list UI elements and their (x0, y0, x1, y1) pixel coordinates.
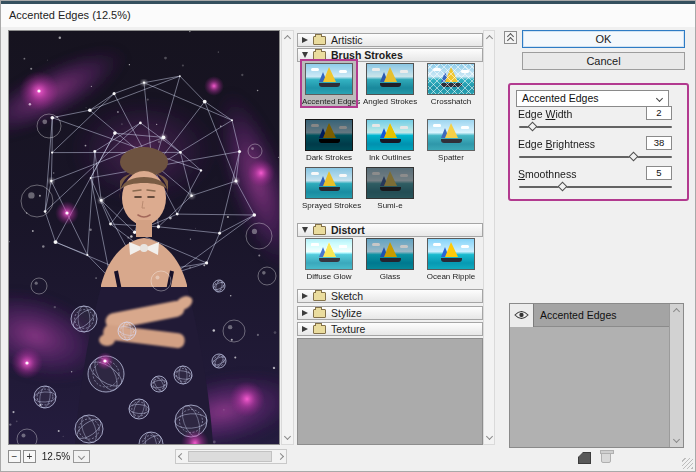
double-chevron-up-icon (507, 37, 514, 44)
scroll-left-icon[interactable] (178, 453, 185, 460)
filter-item-spatter[interactable]: Spatter (424, 119, 478, 162)
edge-brightness-label: Edge Brightness (518, 138, 595, 150)
filter-item-diffuse-glow[interactable]: Diffuse Glow (302, 238, 356, 281)
slider-thumb[interactable] (628, 152, 638, 162)
filter-label: Sprayed Strokes (302, 201, 356, 210)
filter-label: Crosshatch (424, 97, 478, 106)
slider-thumb[interactable] (558, 182, 568, 192)
filter-thumbnail (366, 63, 414, 95)
collapse-thumbnails-button[interactable] (504, 31, 517, 44)
scroll-right-icon[interactable] (277, 453, 284, 460)
open-folder-icon (313, 51, 326, 60)
cancel-button[interactable]: Cancel (522, 52, 685, 70)
filter-label: Diffuse Glow (302, 272, 356, 281)
group-brush-strokes[interactable]: Brush Strokes (297, 48, 483, 62)
filter-thumbnail (305, 167, 353, 199)
scrollbar-thumb[interactable] (188, 451, 272, 462)
group-texture[interactable]: Texture (297, 322, 483, 336)
filter-item-angled-strokes[interactable]: Angled Strokes (363, 63, 417, 106)
filter-thumbnail (427, 63, 475, 95)
collapsed-arrow-icon (302, 326, 308, 332)
folder-icon (313, 36, 326, 45)
scroll-up-icon[interactable] (284, 35, 291, 42)
filter-thumbnail (427, 119, 475, 151)
filter-label: Dark Strokes (302, 153, 356, 162)
new-effect-layer-button[interactable] (578, 452, 591, 464)
filter-item-ink-outlines[interactable]: Ink Outlines (363, 119, 417, 162)
open-folder-icon (313, 226, 326, 235)
filter-preview[interactable] (8, 30, 280, 445)
scroll-down-icon[interactable] (486, 433, 493, 440)
minus-icon: − (12, 451, 18, 462)
filter-thumbnail (366, 119, 414, 151)
effect-layers-scrollbar[interactable] (669, 304, 683, 447)
group-sketch[interactable]: Sketch (297, 289, 483, 303)
group-label: Sketch (331, 290, 363, 302)
filter-thumbnail (366, 167, 414, 199)
filter-label: Angled Strokes (363, 97, 417, 106)
scroll-up-icon[interactable] (486, 35, 493, 42)
folder-icon (313, 292, 326, 301)
ok-button[interactable]: OK (522, 30, 685, 48)
zoom-in-button[interactable]: + (23, 450, 36, 463)
selected-filter-value: Accented Edges (522, 92, 598, 104)
folder-icon (313, 325, 326, 334)
preview-horizontal-scrollbar[interactable] (175, 449, 287, 464)
visibility-toggle[interactable] (510, 304, 534, 327)
slider-track (519, 186, 672, 188)
group-label: Distort (331, 224, 365, 236)
group-artistic[interactable]: Artistic (297, 33, 483, 47)
filter-gallery-dialog: Accented Edges (12.5%) (0, 0, 696, 472)
scroll-down-icon[interactable] (673, 436, 680, 443)
zoom-out-button[interactable]: − (8, 450, 21, 463)
effect-layer-row[interactable]: Accented Edges (510, 304, 669, 327)
filter-thumbnail (366, 238, 414, 270)
filter-item-glass[interactable]: Glass (363, 238, 417, 281)
filter-select-dropdown[interactable]: Accented Edges (516, 90, 669, 107)
collapsed-arrow-icon (302, 310, 308, 316)
group-stylize[interactable]: Stylize (297, 306, 483, 320)
slider-track (519, 126, 672, 128)
smoothness-slider[interactable] (519, 182, 672, 191)
eye-icon (514, 310, 529, 320)
filter-thumbnail (305, 238, 353, 270)
filter-item-sprayed-strokes[interactable]: Sprayed Strokes (302, 167, 356, 210)
filter-item-dark-strokes[interactable]: Dark Strokes (302, 119, 356, 162)
filter-label: Glass (363, 272, 417, 281)
chevron-down-icon (78, 453, 85, 460)
group-distort[interactable]: Distort (297, 223, 483, 237)
preview-vertical-scrollbar[interactable] (281, 30, 294, 445)
smoothness-value[interactable]: 5 (646, 166, 672, 180)
edge-width-value[interactable]: 2 (646, 106, 672, 120)
filter-label: Spatter (424, 153, 478, 162)
filter-panel-scrollbar[interactable] (483, 30, 495, 445)
scroll-down-icon[interactable] (284, 433, 291, 440)
edge-brightness-slider[interactable] (519, 152, 672, 161)
preview-image (9, 31, 279, 444)
zoom-level-value: 12.5% (39, 450, 73, 463)
expanded-arrow-icon (302, 227, 308, 233)
expanded-arrow-icon (302, 52, 308, 58)
edge-width-slider[interactable] (519, 122, 672, 131)
filter-category-panel: Artistic Brush Strokes Accented Edges An… (297, 30, 483, 445)
title-bar[interactable]: Accented Edges (12.5%) (1, 4, 695, 27)
scroll-up-icon[interactable] (673, 308, 680, 315)
edge-brightness-value[interactable]: 38 (646, 136, 672, 150)
panel-empty-area (297, 338, 483, 445)
filter-item-crosshatch[interactable]: Crosshatch (424, 63, 478, 106)
filter-thumbnail (427, 238, 475, 270)
effect-layers-list: Accented Edges (509, 303, 684, 448)
group-label: Artistic (331, 34, 363, 46)
collapsed-arrow-icon (302, 37, 308, 43)
filter-item-accented-edges[interactable]: Accented Edges (302, 61, 356, 106)
collapsed-arrow-icon (302, 293, 308, 299)
zoom-level-dropdown[interactable] (73, 450, 90, 463)
group-label: Stylize (331, 307, 362, 319)
slider-thumb[interactable] (527, 122, 537, 132)
chevron-down-icon (656, 95, 663, 102)
resize-grip[interactable] (682, 458, 693, 469)
filter-item-ocean-ripple[interactable]: Ocean Ripple (424, 238, 478, 281)
delete-effect-layer-button[interactable] (601, 452, 611, 463)
group-label: Texture (331, 323, 365, 335)
filter-item-sumi-e[interactable]: Sumi-e (363, 167, 417, 210)
